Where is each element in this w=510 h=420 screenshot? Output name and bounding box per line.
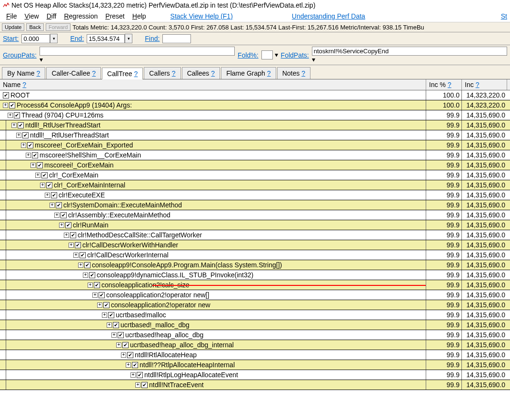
tab-callees[interactable]: Callees ? <box>182 67 220 79</box>
checkbox-icon[interactable]: ✔ <box>75 242 81 248</box>
tree-row[interactable]: +✔mscoree!ShellShim__CorExeMain99.914,31… <box>0 150 510 160</box>
expander-icon[interactable]: + <box>8 113 13 118</box>
checkbox-icon[interactable]: ✔ <box>94 282 100 288</box>
expander-icon[interactable]: + <box>26 153 31 158</box>
end-dropdown[interactable]: ▾ <box>125 34 132 43</box>
checkbox-icon[interactable]: ✔ <box>18 122 24 128</box>
checkbox-icon[interactable]: ✔ <box>84 262 90 268</box>
expander-icon[interactable]: + <box>45 193 50 198</box>
checkbox-icon[interactable]: ✔ <box>32 152 38 158</box>
checkbox-icon[interactable]: ✔ <box>137 372 143 378</box>
foldpct-label[interactable]: Fold%: <box>238 51 259 59</box>
expander-icon[interactable]: + <box>83 273 88 278</box>
checkbox-icon[interactable]: ✔ <box>132 362 138 368</box>
expander-icon[interactable]: + <box>59 223 64 228</box>
checkbox-icon[interactable]: ✔ <box>108 312 114 318</box>
stack-view-help-link[interactable]: Stack View Help (F1) <box>170 12 233 20</box>
tree-row[interactable]: +✔ntdll!??RtlpAllocateHeapInternal99.914… <box>0 360 510 370</box>
checkbox-icon[interactable]: ✔ <box>99 292 105 298</box>
tree-row[interactable]: +✔ucrtbased!malloc99.914,315,690.0 <box>0 310 510 320</box>
col-inc-help[interactable]: ? <box>476 81 480 88</box>
tree-row[interactable]: +✔Process64 ConsoleApp9 (19404) Args:100… <box>0 100 510 110</box>
grouppats-input[interactable] <box>40 47 235 56</box>
expander-icon[interactable]: + <box>102 313 107 318</box>
checkbox-icon[interactable]: ✔ <box>46 182 52 188</box>
checkbox-icon[interactable]: ✔ <box>113 322 119 328</box>
grouppats-label[interactable]: GroupPats: <box>3 51 37 59</box>
checkbox-icon[interactable]: ✔ <box>9 102 15 108</box>
expander-icon[interactable]: + <box>35 173 40 178</box>
checkbox-icon[interactable]: ✔ <box>27 142 33 148</box>
checkbox-icon[interactable]: ✔ <box>80 252 86 258</box>
checkbox-icon[interactable]: ✔ <box>141 382 148 388</box>
tab-help[interactable]: ? <box>211 69 215 77</box>
tree-row[interactable]: +✔ucrtbased!heap_alloc_dbg99.914,315,690… <box>0 330 510 340</box>
tree-row[interactable]: +✔clr!SystemDomain::ExecuteMainMethod99.… <box>0 200 510 210</box>
tab-by-name[interactable]: By Name ? <box>2 67 45 79</box>
tree-row[interactable]: +✔clr!_CorExeMain99.914,315,690.0 <box>0 170 510 180</box>
expander-icon[interactable]: + <box>88 283 93 288</box>
expander-icon[interactable]: + <box>107 322 112 328</box>
st-link[interactable]: St <box>501 12 507 20</box>
tree-row[interactable]: +✔ntdll!RtlpLogHeapAllocateEvent99.914,3… <box>0 370 510 380</box>
tree-row[interactable]: +✔consoleapp9!dynamicClass.IL_STUB_PInvo… <box>0 270 510 280</box>
end-label[interactable]: End: <box>70 35 84 42</box>
tree-row[interactable]: +✔mscoree!_CorExeMain_Exported99.914,315… <box>0 140 510 150</box>
expander-icon[interactable]: + <box>50 203 55 208</box>
expander-icon[interactable]: + <box>11 123 17 128</box>
checkbox-icon[interactable]: ✔ <box>37 162 43 168</box>
tab-calltree[interactable]: CallTree ? <box>102 68 143 79</box>
tree-row[interactable]: +✔clr!RunMain99.914,315,690.0 <box>0 220 510 230</box>
checkbox-icon[interactable]: ✔ <box>118 332 124 338</box>
checkbox-icon[interactable]: ✔ <box>127 352 133 358</box>
checkbox-icon[interactable]: ✔ <box>70 232 76 238</box>
expander-icon[interactable]: + <box>111 332 117 338</box>
menu-regression[interactable]: Regression <box>60 11 101 21</box>
col-name[interactable]: Name ? <box>0 79 426 90</box>
expander-icon[interactable]: + <box>116 342 121 348</box>
tree-row[interactable]: +✔clr!CallDescrWorkerInternal99.914,315,… <box>0 250 510 260</box>
tab-help[interactable]: ? <box>301 69 305 77</box>
checkbox-icon[interactable]: ✔ <box>22 132 29 138</box>
expander-icon[interactable]: + <box>40 183 45 188</box>
menu-file[interactable]: File <box>3 11 20 21</box>
col-inc[interactable]: Inc ? <box>462 79 507 90</box>
checkbox-icon[interactable]: ✔ <box>60 212 67 218</box>
tree-row[interactable]: +✔ucrtbased!heap_alloc_dbg_internal99.91… <box>0 340 510 350</box>
tree-row[interactable]: +✔ucrtbased!_malloc_dbg99.914,315,690.0 <box>0 320 510 330</box>
checkbox-icon[interactable]: ✔ <box>103 302 110 308</box>
start-dropdown[interactable]: ▾ <box>50 34 58 43</box>
update-button[interactable]: Update <box>2 23 24 31</box>
menu-help[interactable]: Help <box>129 11 150 21</box>
expander-icon[interactable]: + <box>78 263 83 268</box>
tab-caller-callee[interactable]: Caller-Callee ? <box>46 67 101 79</box>
checkbox-icon[interactable]: ✔ <box>56 202 62 208</box>
tab-flame-graph[interactable]: Flame Graph ? <box>221 67 276 79</box>
expander-icon[interactable]: + <box>97 303 102 308</box>
foldpct-input[interactable] <box>261 50 273 59</box>
end-input[interactable] <box>87 34 125 43</box>
checkbox-icon[interactable]: ✔ <box>3 92 9 98</box>
tab-help[interactable]: ? <box>37 69 40 77</box>
expander-icon[interactable]: + <box>30 163 36 168</box>
tree-row[interactable]: +✔clr!Assembly::ExecuteMainMethod99.914,… <box>0 210 510 220</box>
tree-row[interactable]: +✔ntdll!_RtlUserThreadStart99.914,315,69… <box>0 120 510 130</box>
tree-row[interactable]: +✔clr!_CorExeMainInternal99.914,315,690.… <box>0 180 510 190</box>
tree-row[interactable]: +✔ntdll!RtlAllocateHeap99.914,315,690.0 <box>0 350 510 360</box>
expander-icon[interactable]: + <box>73 253 79 258</box>
tree-row[interactable]: +✔consoleapp9!ConsoleApp9.Program.Main(c… <box>0 260 510 270</box>
find-label[interactable]: Find: <box>145 35 160 42</box>
checkbox-icon[interactable]: ✔ <box>65 222 71 228</box>
expander-icon[interactable]: + <box>130 372 136 378</box>
tree-row[interactable]: +✔ntdll!__RtlUserThreadStart99.914,315,6… <box>0 130 510 140</box>
checkbox-icon[interactable]: ✔ <box>122 342 129 348</box>
expander-icon[interactable]: + <box>21 143 26 148</box>
menu-view[interactable]: View <box>21 11 42 21</box>
checkbox-icon[interactable]: ✔ <box>41 172 48 178</box>
menu-preset[interactable]: Preset <box>102 11 128 21</box>
checkbox-icon[interactable]: ✔ <box>51 192 57 198</box>
menu-diff[interactable]: Diff <box>43 11 60 21</box>
tab-help[interactable]: ? <box>267 69 271 77</box>
start-label[interactable]: Start: <box>3 35 19 42</box>
understanding-perf-link[interactable]: Understanding Perf Data <box>292 12 365 20</box>
